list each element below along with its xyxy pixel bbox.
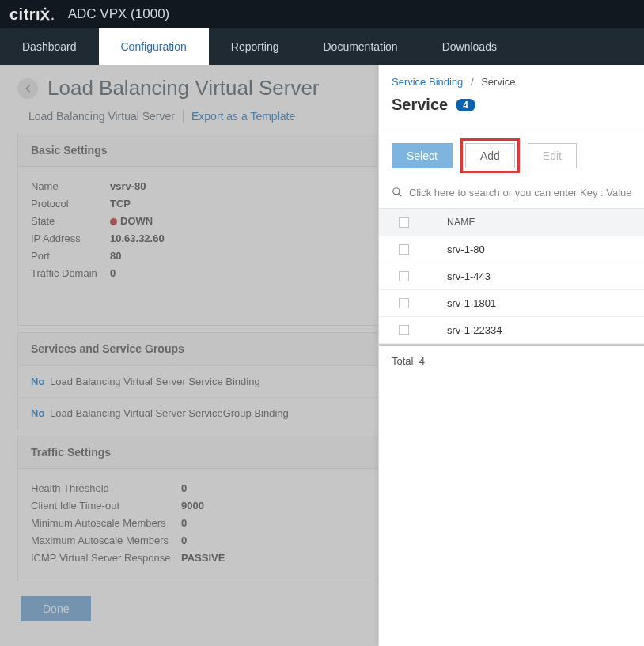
value-ip: 10.63.32.60 (110, 230, 165, 247)
breadcrumb-sep: / (471, 76, 474, 88)
row-checkbox[interactable] (399, 271, 409, 281)
label-state: State (31, 213, 110, 230)
no-link-1[interactable]: No (31, 376, 44, 387)
label-max-auto: Maximum Autoscale Members (31, 532, 181, 550)
topbar: citrıẋ. ADC VPX (1000) (0, 0, 644, 28)
service-row[interactable]: srv-1-1801 (379, 290, 644, 317)
product-name: ADC VPX (1000) (68, 6, 170, 22)
value-min-auto: 0 (181, 515, 187, 532)
value-icmp: PASSIVE (181, 550, 225, 567)
service-count-badge: 4 (456, 99, 475, 111)
slideover-actions: Select Add Edit (379, 127, 644, 184)
breadcrumb-current: Service (481, 76, 515, 88)
back-button[interactable] (17, 78, 38, 99)
service-name: srv-1-443 (428, 270, 644, 282)
service-name: srv-1-80 (428, 244, 644, 255)
tab-reporting[interactable]: Reporting (209, 28, 301, 65)
service-name: srv-1-1801 (428, 297, 644, 309)
sub-divider (183, 110, 184, 123)
search-icon (392, 186, 403, 198)
label-name: Name (31, 178, 110, 195)
add-button-highlight: Add (460, 138, 520, 173)
add-button[interactable]: Add (465, 143, 515, 168)
breadcrumb-link[interactable]: Service Binding (392, 76, 463, 88)
name-column-header[interactable]: NAME (428, 217, 644, 228)
breadcrumb: Service Binding / Service (379, 65, 644, 91)
arrow-left-icon (22, 83, 33, 94)
svg-point-0 (393, 188, 400, 195)
label-icmp: ICMP Virtual Server Response (31, 550, 181, 567)
total-label: Total (392, 355, 413, 367)
value-name: vsrv-80 (110, 178, 146, 195)
select-button[interactable]: Select (392, 143, 453, 168)
value-max-auto: 0 (181, 532, 187, 550)
service-table-header: NAME (379, 208, 644, 236)
search-placeholder: Click here to search or you can enter Ke… (409, 187, 631, 198)
service-row[interactable]: srv-1-80 (379, 236, 644, 263)
edit-button: Edit (528, 143, 577, 168)
slideover-footer: Total 4 (379, 344, 644, 376)
slideover-title-row: Service 4 (379, 91, 644, 127)
service-row[interactable]: srv-1-22334 (379, 317, 644, 344)
servicegroup-binding-label: Load Balancing Virtual Server ServiceGro… (50, 407, 289, 419)
service-binding-label: Load Balancing Virtual Server Service Bi… (50, 376, 260, 387)
row-checkbox[interactable] (399, 298, 409, 308)
tab-configuration[interactable]: Configuration (99, 28, 209, 65)
value-traffic-domain: 0 (110, 265, 116, 282)
value-health: 0 (181, 480, 187, 497)
label-health: Health Threshold (31, 480, 181, 497)
label-ip: IP Address (31, 230, 110, 247)
label-idle: Client Idle Time-out (31, 497, 181, 515)
svg-line-1 (399, 194, 401, 196)
row-checkbox[interactable] (399, 244, 409, 255)
brand-logo: citrıẋ. (9, 5, 55, 24)
label-port: Port (31, 247, 110, 265)
service-name: srv-1-22334 (428, 324, 644, 336)
tab-documentation[interactable]: Documentation (301, 28, 419, 65)
service-slideover: Service Binding / Service Service 4 Sele… (378, 65, 644, 646)
value-protocol: TCP (110, 195, 131, 213)
select-all-checkbox[interactable] (399, 217, 409, 228)
value-state: DOWN (110, 213, 153, 230)
main-nav: Dashboard Configuration Reporting Docume… (0, 28, 644, 65)
label-traffic-domain: Traffic Domain (31, 265, 110, 282)
label-protocol: Protocol (31, 195, 110, 213)
value-port: 80 (110, 247, 121, 265)
total-value: 4 (419, 355, 425, 367)
row-checkbox[interactable] (399, 325, 409, 335)
sub-heading: Load Balancing Virtual Server (28, 110, 175, 123)
label-min-auto: Minimum Autoscale Members (31, 515, 181, 532)
slideover-title: Service (392, 96, 448, 114)
search-row[interactable]: Click here to search or you can enter Ke… (379, 184, 644, 208)
state-down-icon (110, 218, 117, 225)
service-row[interactable]: srv-1-443 (379, 263, 644, 290)
tab-downloads[interactable]: Downloads (420, 28, 519, 65)
tab-dashboard[interactable]: Dashboard (0, 28, 99, 65)
done-button[interactable]: Done (21, 596, 91, 621)
no-link-2[interactable]: No (31, 407, 44, 419)
page-title: Load Balancing Virtual Server (47, 76, 320, 100)
value-idle: 9000 (181, 497, 204, 515)
export-template-link[interactable]: Export as a Template (191, 110, 295, 123)
